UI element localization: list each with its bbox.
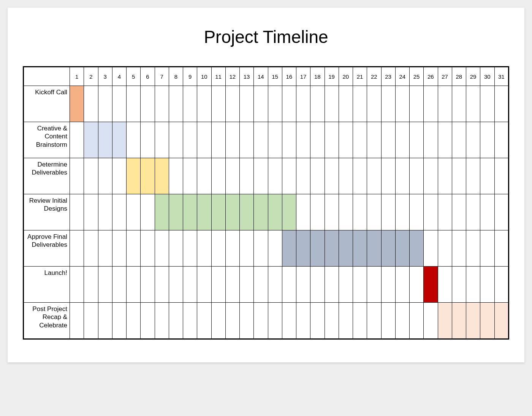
gantt-task-label: Post Project Recap & Celebrate — [24, 303, 70, 339]
gantt-cell — [225, 158, 239, 194]
gantt-cell — [466, 230, 480, 267]
gantt-cell — [240, 194, 254, 230]
gantt-task-label: Kickoff Call — [24, 86, 70, 122]
gantt-cell — [70, 194, 84, 230]
gantt-row: Creative & Content Brainstorm — [24, 122, 509, 158]
gantt-day-header: 23 — [381, 67, 395, 86]
gantt-cell — [127, 267, 141, 303]
gantt-cell — [296, 267, 310, 303]
gantt-cell — [367, 86, 381, 122]
gantt-day-header: 8 — [169, 67, 183, 86]
gantt-cell — [339, 86, 353, 122]
gantt-cell — [155, 230, 169, 267]
gantt-cell — [410, 86, 424, 122]
gantt-cell — [183, 230, 197, 267]
gantt-cell — [381, 303, 395, 339]
gantt-cell — [240, 267, 254, 303]
gantt-cell — [282, 303, 296, 339]
gantt-cell — [155, 122, 169, 158]
gantt-cell — [310, 86, 325, 122]
gantt-cell — [424, 86, 438, 122]
gantt-cell — [424, 158, 438, 194]
gantt-cell — [183, 267, 197, 303]
gantt-cell — [353, 194, 367, 230]
gantt-cell — [367, 230, 381, 267]
gantt-cell — [353, 230, 367, 267]
gantt-cell — [254, 230, 268, 267]
gantt-cell — [268, 267, 282, 303]
gantt-cell — [197, 158, 211, 194]
gantt-cell — [183, 194, 197, 230]
gantt-cell — [410, 122, 424, 158]
gantt-cell — [452, 194, 466, 230]
gantt-cell — [339, 267, 353, 303]
gantt-cell — [296, 303, 310, 339]
gantt-cell — [70, 122, 84, 158]
gantt-cell — [70, 303, 84, 339]
gantt-cell — [339, 158, 353, 194]
gantt-cell — [127, 303, 141, 339]
gantt-day-header: 7 — [155, 67, 169, 86]
gantt-cell — [353, 122, 367, 158]
gantt-cell — [254, 303, 268, 339]
gantt-cell — [98, 267, 112, 303]
gantt-cell — [438, 267, 452, 303]
gantt-day-header: 19 — [325, 67, 339, 86]
gantt-cell — [325, 303, 339, 339]
gantt-cell — [310, 230, 325, 267]
gantt-day-header: 25 — [410, 67, 424, 86]
gantt-chart: 1234567891011121314151617181920212223242… — [23, 66, 509, 340]
gantt-cell — [98, 158, 112, 194]
gantt-cell — [480, 158, 494, 194]
gantt-cell — [169, 122, 183, 158]
gantt-cell — [84, 230, 98, 267]
gantt-cell — [211, 267, 225, 303]
gantt-cell — [98, 230, 112, 267]
gantt-cell — [127, 86, 141, 122]
gantt-cell — [296, 158, 310, 194]
gantt-cell — [197, 86, 211, 122]
gantt-day-header: 31 — [494, 67, 509, 86]
gantt-cell — [155, 194, 169, 230]
gantt-day-header: 1 — [70, 67, 84, 86]
gantt-day-header: 28 — [452, 67, 466, 86]
gantt-cell — [325, 122, 339, 158]
gantt-cell — [452, 158, 466, 194]
gantt-cell — [225, 303, 239, 339]
gantt-cell — [466, 158, 480, 194]
gantt-cell — [296, 194, 310, 230]
gantt-cell — [494, 158, 509, 194]
gantt-cell — [225, 267, 239, 303]
gantt-day-header: 16 — [282, 67, 296, 86]
gantt-cell — [268, 303, 282, 339]
gantt-cell — [98, 86, 112, 122]
gantt-cell — [240, 303, 254, 339]
gantt-cell — [325, 230, 339, 267]
gantt-cell — [424, 267, 438, 303]
gantt-cell — [225, 230, 239, 267]
gantt-cell — [225, 194, 239, 230]
gantt-row: Determine Deliverables — [24, 158, 509, 194]
gantt-cell — [254, 122, 268, 158]
gantt-cell — [395, 86, 409, 122]
gantt-cell — [84, 122, 98, 158]
gantt-cell — [367, 122, 381, 158]
gantt-day-header: 20 — [339, 67, 353, 86]
gantt-cell — [452, 86, 466, 122]
gantt-cell — [211, 86, 225, 122]
gantt-day-header: 14 — [254, 67, 268, 86]
gantt-cell — [169, 230, 183, 267]
gantt-cell — [282, 194, 296, 230]
gantt-task-label: Review Initial Designs — [24, 194, 70, 230]
gantt-day-header: 29 — [466, 67, 480, 86]
gantt-cell — [84, 303, 98, 339]
gantt-cell — [367, 267, 381, 303]
gantt-row: Approve Final Deliverables — [24, 230, 509, 267]
gantt-cell — [98, 122, 112, 158]
gantt-task-label: Determine Deliverables — [24, 158, 70, 194]
gantt-cell — [466, 303, 480, 339]
gantt-cell — [254, 86, 268, 122]
gantt-cell — [70, 158, 84, 194]
gantt-cell — [339, 303, 353, 339]
page-title: Project Timeline — [23, 27, 509, 47]
